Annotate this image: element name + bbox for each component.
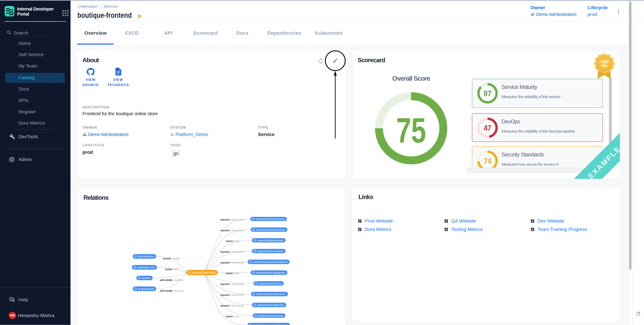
- svg-text:apiProvidedBy / providesApi: apiProvidedBy / providesApi: [160, 289, 183, 292]
- svg-text:47: 47: [484, 124, 492, 132]
- svg-text:dependsOn / dependencyOf: dependsOn / dependencyOf: [220, 250, 244, 253]
- svg-text:component:boutique-currencyser: component:boutique-currencyservice: [256, 218, 285, 220]
- svg-text:dependsOn / dependencyOf: dependsOn / dependencyOf: [220, 261, 244, 264]
- svg-text:75: 75: [396, 111, 426, 150]
- svg-text:component:boutique-emailservic: component:boutique-emailservice: [257, 250, 284, 253]
- svg-text:component:boutique-paymentserv: component:boutique-paymentservice: [256, 228, 285, 231]
- svg-text:component:boutique-redisservic: component:boutique-redisservice: [257, 239, 284, 242]
- svg-text:?: ?: [10, 297, 12, 300]
- svg-text:dependsOn / dependencyOf: dependsOn / dependencyOf: [220, 218, 244, 221]
- svg-text:Tier: Tier: [601, 64, 608, 68]
- svg-text:74: 74: [484, 157, 492, 165]
- svg-text:component:boutique-recommendat: component:boutique-recommendationservice: [253, 324, 288, 325]
- svg-text:hasPart / partOf: hasPart / partOf: [226, 315, 240, 318]
- svg-text:apiProvidedBy / providesApi: apiProvidedBy / providesApi: [160, 279, 183, 281]
- svg-text:component:boutique-adservice: component:boutique-adservice: [259, 282, 282, 285]
- svg-text:component:boutique-loadgenerat: component:boutique-loadgenerator: [257, 304, 284, 306]
- svg-text:component:boutique-shippingser: component:boutique-shippingservice: [256, 271, 285, 274]
- svg-text:hasPart / partOf: hasPart / partOf: [226, 272, 240, 275]
- svg-text:ownerOf / ownedBy: ownerOf / ownedBy: [163, 257, 180, 260]
- svg-text:component:boutique-cartservice: component:boutique-cartservice: [258, 314, 283, 317]
- svg-text:api:petstore: api:petstore: [142, 277, 150, 279]
- svg-text:hasPart / partOf: hasPart / partOf: [165, 268, 179, 271]
- svg-text:component:boutique-frontend: component:boutique-frontend: [192, 271, 216, 274]
- svg-text:Gold: Gold: [600, 59, 608, 63]
- svg-text:dependsOn / dependencyOf: dependsOn / dependencyOf: [220, 304, 244, 307]
- svg-text:system:Platform_Demo: system:Platform_Demo: [137, 266, 155, 269]
- svg-text:dependsOn / dependencyOf: dependsOn / dependencyOf: [220, 229, 244, 232]
- svg-text:api:starwars-graphql: api:starwars-graphql: [138, 288, 154, 290]
- svg-text:Demo Administrators: Demo Administrators: [138, 255, 154, 258]
- svg-text:component:boutique-productcata: component:boutique-productcatalogservice: [253, 261, 288, 263]
- svg-text:component:boutique-checkoutser: component:boutique-checkoutservice: [256, 293, 286, 296]
- svg-text:dependsOn / dependencyOf: dependsOn / dependencyOf: [220, 283, 244, 286]
- svg-text:87: 87: [484, 89, 492, 98]
- svg-text:dependsOn / dependencyOf: dependsOn / dependencyOf: [220, 294, 244, 296]
- svg-text:hasPart / partOf: hasPart / partOf: [226, 240, 240, 243]
